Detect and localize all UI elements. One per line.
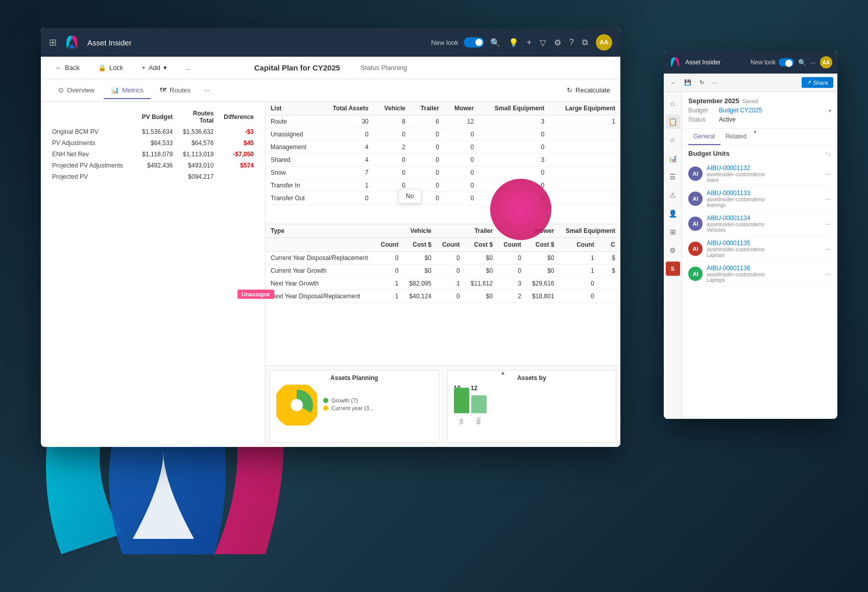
top-bar-center: New look <box>431 37 484 48</box>
unit-org-4: assetinsider-customdemo <box>707 272 821 277</box>
routes-col-large-eq: Large Equipment <box>549 102 620 115</box>
assets-by-chart: Assets by 18 12 Ve. <box>447 370 617 443</box>
side-tab-general[interactable]: General <box>688 129 720 145</box>
unit-id-2[interactable]: AIBU-00001134 <box>707 215 821 222</box>
user-avatar[interactable]: AA <box>596 34 612 51</box>
list-item: AI AIBU-00001135 assetinsider-customdemo… <box>688 236 831 262</box>
type-subh-v-cost: Cost $ <box>403 238 437 252</box>
help-icon[interactable]: ? <box>569 38 574 47</box>
top-bar-icons: 🔍 💡 + ▽ ⚙ ? ⧉ AA <box>490 34 612 51</box>
type-subh-m-cost: Cost $ <box>526 238 560 252</box>
unit-id-0[interactable]: AIBU-00001132 <box>707 164 821 172</box>
budget-routes-value: $094,217 <box>176 171 216 182</box>
sort-icon[interactable]: ↑↓ <box>825 150 831 157</box>
top-bar: ⊞ <box>41 28 620 57</box>
refresh-icon: ↻ <box>567 86 572 94</box>
side-tabs-chevron[interactable]: ▾ <box>754 129 757 145</box>
lock-button[interactable]: 🔒 Lock <box>94 62 127 74</box>
side-nav-s-letter[interactable]: S <box>666 262 680 276</box>
unit-more-4[interactable]: ··· <box>825 270 831 278</box>
filter-icon[interactable]: ▽ <box>540 38 546 48</box>
unit-more-0[interactable]: ··· <box>825 170 831 178</box>
multi-window-icon[interactable]: ⧉ <box>582 38 588 47</box>
record-saved-label: Saved <box>742 98 758 104</box>
budget-routes-value: $64,576 <box>176 137 216 149</box>
side-share-button[interactable]: ↗ Share <box>802 77 833 88</box>
routes-icon: 🗺 <box>160 86 166 94</box>
list-item: AI AIBU-00001133 assetinsider-customdemo… <box>688 186 831 211</box>
side-nav-record[interactable]: 📋 <box>666 114 680 129</box>
type-subh-t-cost: Cost $ <box>465 238 498 252</box>
unit-more-2[interactable]: ··· <box>825 220 831 228</box>
search-icon[interactable]: 🔍 <box>490 38 500 48</box>
type-subh-t-count: Count <box>437 238 465 252</box>
routes-col-list: List <box>266 102 320 115</box>
side-nav-list[interactable]: ☰ <box>666 170 680 184</box>
side-mini-nav: ⌂ 📋 ☆ 📊 ☰ ⚠ 👤 ⊞ ⚙ S <box>664 92 682 419</box>
unit-info-2: AIBU-00001134 assetinsider-customdemo Ve… <box>707 215 821 233</box>
side-save-button[interactable]: 💾 <box>682 78 694 87</box>
budget-routes-value: $1,113,019 <box>176 149 216 160</box>
unit-info-3: AIBU-00001135 assetinsider-customdemo La… <box>707 240 821 258</box>
side-nav-warning[interactable]: ⚠ <box>666 188 680 202</box>
unit-more-1[interactable]: ··· <box>825 195 831 203</box>
chart-collapse-button[interactable]: ▲ <box>500 370 505 375</box>
assets-planning-title: Assets Planning <box>276 374 432 382</box>
side-refresh-button[interactable]: ↻ <box>697 78 707 87</box>
unit-info-4: AIBU-00001136 assetinsider-customdemo La… <box>707 265 821 283</box>
unit-more-3[interactable]: ··· <box>825 245 831 253</box>
side-top-bar: Asset Insider New look 🔍 ··· AA <box>664 51 837 74</box>
side-user-avatar[interactable]: AA <box>820 56 832 68</box>
side-nav-home[interactable]: ⌂ <box>666 96 680 110</box>
side-nav-person[interactable]: 👤 <box>666 206 680 221</box>
budget-routes-value: $1,536,632 <box>176 126 216 137</box>
type-subh-s-cost: C <box>599 238 620 252</box>
side-nav-chart[interactable]: 📊 <box>666 151 680 165</box>
side-tab-related[interactable]: Related <box>720 129 752 145</box>
side-new-look-toggle-group: New look <box>751 58 794 66</box>
budget-dropdown-icon[interactable]: ▾ <box>829 108 831 113</box>
side-back-button[interactable]: ← <box>668 79 679 87</box>
unit-id-3[interactable]: AIBU-00001135 <box>707 240 821 247</box>
grid-icon[interactable]: ⊞ <box>49 37 57 48</box>
bar-value-2: 12 <box>471 385 477 392</box>
pink-circle-decoration <box>490 179 551 240</box>
more-button[interactable]: ... <box>181 62 195 74</box>
side-search-icon[interactable]: 🔍 <box>798 59 806 66</box>
type-table-section: Type Vehicle Trailer Mower Small Equipme… <box>266 224 620 365</box>
tab-overview[interactable]: ⊙ Overview <box>51 82 102 99</box>
record-budget-field: Budget Budget CY2025 ▾ <box>688 107 831 114</box>
side-nav-grid[interactable]: ⊞ <box>666 225 680 239</box>
side-top-icons: 🔍 ··· AA <box>798 56 832 68</box>
back-button[interactable]: ← Back <box>51 62 84 74</box>
unit-avatar-4: AI <box>688 267 703 281</box>
side-more-button[interactable]: ··· <box>710 79 719 87</box>
record-status-field: Status Active <box>688 116 831 123</box>
add-icon[interactable]: + <box>527 38 532 47</box>
routes-col-small-eq: Small Equipment <box>479 102 549 115</box>
side-new-look-label: New look <box>751 59 776 66</box>
budget-field-value[interactable]: Budget CY2025 <box>719 107 762 114</box>
side-more-icon[interactable]: ··· <box>810 59 816 66</box>
side-nav-star[interactable]: ☆ <box>666 133 680 147</box>
tab-routes[interactable]: 🗺 Routes <box>153 82 198 99</box>
side-app-logo <box>669 56 681 68</box>
add-button[interactable]: + Add ▾ <box>137 62 171 74</box>
bar-chart-container: 18 12 Ve. Mo. <box>454 385 610 424</box>
side-nav-settings-s[interactable]: ⚙ <box>666 243 680 257</box>
budget-table: PV Budget RoutesTotal Difference Origina… <box>49 108 257 182</box>
budget-col-header-label <box>49 108 135 126</box>
tab-metrics[interactable]: 📊 Metrics <box>104 82 151 99</box>
unit-id-4[interactable]: AIBU-00001136 <box>707 265 821 272</box>
budget-units-section: Budget Units ↑↓ AI AIBU-00001132 assetin… <box>682 146 837 419</box>
more-tabs-button[interactable]: ··· <box>200 84 213 96</box>
lightbulb-icon[interactable]: 💡 <box>509 38 519 48</box>
bar-col-1: Ve. <box>454 388 469 424</box>
settings-icon[interactable]: ⚙ <box>554 38 561 48</box>
unit-id-1[interactable]: AIBU-00001133 <box>707 190 821 197</box>
budget-pv-value: $1,118,078 <box>135 149 176 160</box>
new-look-toggle[interactable] <box>464 37 484 48</box>
side-new-look-toggle[interactable] <box>779 58 794 66</box>
recalculate-button[interactable]: ↻ Recalculate <box>567 86 610 94</box>
svg-point-1 <box>291 399 303 411</box>
